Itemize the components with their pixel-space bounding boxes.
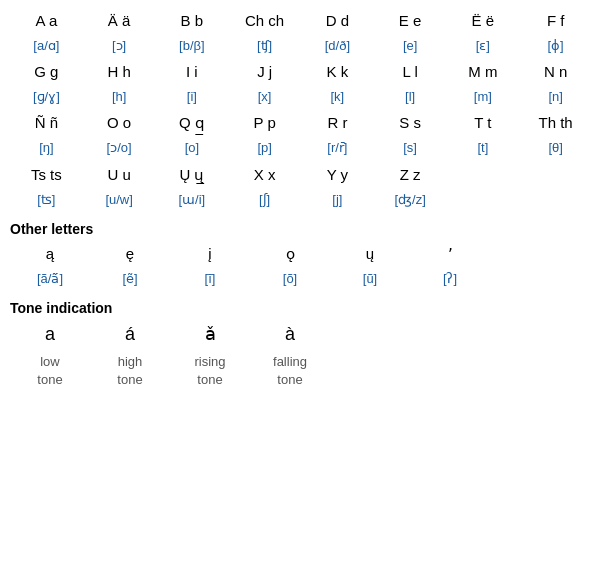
tone-label-cell: fallingtone bbox=[250, 351, 330, 391]
ipa-text: [o] bbox=[156, 139, 229, 157]
ipa-cell: [r/r̄] bbox=[301, 137, 374, 159]
ipa-text: [θ] bbox=[519, 139, 592, 157]
other-letter-text: į bbox=[170, 243, 250, 264]
ipa-text: [ɡ/ɣ] bbox=[10, 88, 83, 106]
letter-text: P p bbox=[228, 112, 301, 133]
ipa-text: [ɔ] bbox=[83, 37, 156, 55]
letter-cell: X x bbox=[228, 162, 301, 187]
ipa-row: [ɡ/ɣ][h][i][x][k][l][m][n] bbox=[10, 86, 592, 108]
ipa-row: [ʦ][u/w][ɯ/i][ʃ][j][ʤ/z] bbox=[10, 189, 592, 211]
letter-row: G gH hI iJ jK kL lM mN n bbox=[10, 59, 592, 84]
other-letter-text: ǫ bbox=[250, 243, 330, 264]
ipa-text: [b/β] bbox=[156, 37, 229, 55]
letter-text: H h bbox=[83, 61, 156, 82]
ipa-row: [a/ɑ][ɔ][b/β][ʧ][d/ð][e][ɛ][ɸ] bbox=[10, 35, 592, 57]
tone-label-cell: lowtone bbox=[10, 351, 90, 391]
ipa-cell: [ɔ/o] bbox=[83, 137, 156, 159]
letter-cell: Y y bbox=[301, 162, 374, 187]
letter-cell: Th th bbox=[519, 110, 592, 135]
letter-row: A aÄ äB bCh chD dE eË ëF f bbox=[10, 8, 592, 33]
ipa-text: [j] bbox=[301, 191, 374, 209]
letter-text: O o bbox=[83, 112, 156, 133]
other-ipa-cell: [ũ] bbox=[330, 268, 410, 290]
letter-cell: T t bbox=[447, 110, 520, 135]
ipa-text: [ʦ] bbox=[10, 191, 83, 209]
other-ipa-cell: [ẽ] bbox=[90, 268, 170, 290]
letter-text: I i bbox=[156, 61, 229, 82]
letter-cell: Ñ ñ bbox=[10, 110, 83, 135]
letter-cell: K k bbox=[301, 59, 374, 84]
letter-text: E e bbox=[374, 10, 447, 31]
ipa-text: [d/ð] bbox=[301, 37, 374, 55]
other-ipa-text: [ẽ] bbox=[90, 270, 170, 288]
letter-cell: F f bbox=[519, 8, 592, 33]
ipa-text: [i] bbox=[156, 88, 229, 106]
tone-letters: aáǎà bbox=[10, 320, 592, 349]
ipa-text: [h] bbox=[83, 88, 156, 106]
ipa-text: [ɔ/o] bbox=[83, 139, 156, 157]
ipa-text: [ŋ] bbox=[10, 139, 83, 157]
ipa-cell: [k] bbox=[301, 86, 374, 108]
letter-cell: Ų ų̲ bbox=[156, 162, 229, 187]
ipa-text: [n] bbox=[519, 88, 592, 106]
other-ipa-cell: [ĩ] bbox=[170, 268, 250, 290]
tone-label-cell: risingtone bbox=[170, 351, 250, 391]
ipa-cell: [ʧ] bbox=[228, 35, 301, 57]
ipa-cell: [h] bbox=[83, 86, 156, 108]
ipa-cell bbox=[519, 189, 592, 211]
ipa-cell: [a/ɑ] bbox=[10, 35, 83, 57]
other-letter-text: ʼ bbox=[410, 243, 490, 264]
letter-text: Th th bbox=[519, 112, 592, 133]
ipa-text: [k] bbox=[301, 88, 374, 106]
ipa-text: [ɯ/i] bbox=[156, 191, 229, 209]
tone-letter-cell: ǎ bbox=[170, 320, 250, 349]
letter-cell: Ch ch bbox=[228, 8, 301, 33]
letter-cell: O o bbox=[83, 110, 156, 135]
other-letters-letters: ąęįǫųʼ bbox=[10, 241, 592, 266]
tone-label-text: fallingtone bbox=[273, 354, 307, 387]
tone-label-text: lowtone bbox=[37, 354, 62, 387]
letter-cell: P p bbox=[228, 110, 301, 135]
ipa-cell: [d/ð] bbox=[301, 35, 374, 57]
letter-cell: Ä ä bbox=[83, 8, 156, 33]
ipa-text: [ʧ] bbox=[228, 37, 301, 55]
letter-cell: U u bbox=[83, 162, 156, 187]
alphabet-table: A aÄ äB bCh chD dE eË ëF f[a/ɑ][ɔ][b/β][… bbox=[10, 8, 592, 391]
other-ipa-text: [ĩ] bbox=[170, 270, 250, 288]
ipa-text: [ʤ/z] bbox=[374, 191, 447, 209]
letter-text: Y y bbox=[301, 164, 374, 185]
ipa-cell: [i] bbox=[156, 86, 229, 108]
letter-cell: Ë ë bbox=[447, 8, 520, 33]
letter-text: T t bbox=[447, 112, 520, 133]
ipa-text: [p] bbox=[228, 139, 301, 157]
letter-text: G g bbox=[10, 61, 83, 82]
letter-cell: I i bbox=[156, 59, 229, 84]
other-letters-title: Other letters bbox=[10, 221, 592, 237]
letter-cell: M m bbox=[447, 59, 520, 84]
letter-cell: N n bbox=[519, 59, 592, 84]
letter-text: D d bbox=[301, 10, 374, 31]
letter-text: Z z bbox=[374, 164, 447, 185]
tone-letter-cell: á bbox=[90, 320, 170, 349]
tone-letter-text: ǎ bbox=[170, 322, 250, 347]
other-ipa-cell: [ʔ] bbox=[410, 268, 490, 290]
other-ipa-text: [õ] bbox=[250, 270, 330, 288]
tone-label-cell: hightone bbox=[90, 351, 170, 391]
ipa-cell: [j] bbox=[301, 189, 374, 211]
ipa-text: [t] bbox=[447, 139, 520, 157]
other-ipa-cell: [õ] bbox=[250, 268, 330, 290]
letter-text: R r bbox=[301, 112, 374, 133]
letter-cell: S s bbox=[374, 110, 447, 135]
ipa-text: [s] bbox=[374, 139, 447, 157]
letter-text: K k bbox=[301, 61, 374, 82]
letter-cell: Z z bbox=[374, 162, 447, 187]
ipa-cell: [ɡ/ɣ] bbox=[10, 86, 83, 108]
letter-cell: D d bbox=[301, 8, 374, 33]
other-letter-cell: ę bbox=[90, 241, 170, 266]
ipa-text: [ʃ] bbox=[228, 191, 301, 209]
ipa-cell: [ɔ] bbox=[83, 35, 156, 57]
letter-text: Ts ts bbox=[10, 164, 83, 185]
tone-letter-text: a bbox=[10, 322, 90, 347]
letter-cell: R r bbox=[301, 110, 374, 135]
main-alphabet-rows: A aÄ äB bCh chD dE eË ëF f[a/ɑ][ɔ][b/β][… bbox=[10, 8, 592, 211]
